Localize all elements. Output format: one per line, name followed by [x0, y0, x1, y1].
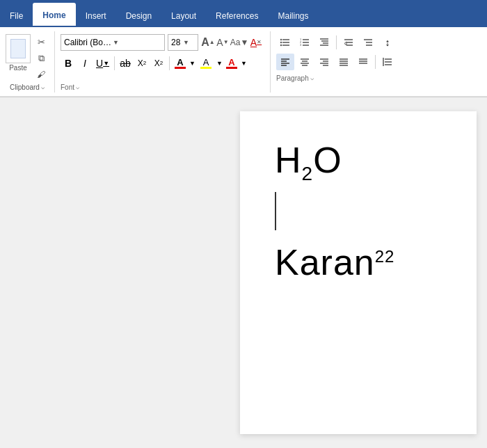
increase-indent-button[interactable] [359, 34, 377, 51]
subscript-button[interactable]: X2 [134, 55, 150, 72]
align-right-button[interactable] [315, 54, 333, 70]
subscript-2: 2 [302, 163, 314, 184]
grow-font-button[interactable]: A▲ [201, 35, 215, 49]
increase-indent-icon [362, 37, 374, 48]
para-spacing-button[interactable] [378, 54, 397, 70]
shrink-font-button[interactable]: A▼ [216, 35, 230, 49]
tab-mailings[interactable]: Mailings [268, 5, 318, 27]
justify-icon [338, 56, 349, 67]
divider3 [336, 35, 337, 49]
svg-marker-19 [344, 42, 346, 45]
para-spacing-icon [382, 56, 393, 67]
decrease-indent-icon [343, 37, 354, 48]
document-page: H2O Karan22 [240, 111, 477, 434]
svg-point-5 [280, 44, 282, 45]
paste-icon [6, 34, 31, 63]
tab-references[interactable]: References [206, 5, 268, 27]
font-row1: Calibri (Body) ▼ 28 ▼ A▲ A▼ Aa▼ A✕ [61, 34, 263, 51]
align-right-icon [319, 56, 330, 67]
align-center-icon [299, 56, 310, 67]
paste-label: Paste [9, 64, 27, 72]
font-section-label: Font [61, 83, 74, 91]
bullets-button[interactable] [276, 34, 294, 51]
format-painter-button[interactable]: 🖌 [33, 67, 49, 81]
font-color-dropdown-arrow[interactable]: ▼ [189, 60, 195, 67]
font-size-dropdown-arrow: ▼ [183, 39, 195, 46]
text-color-button[interactable]: A [224, 55, 239, 72]
underline-button[interactable]: U▼ [94, 55, 111, 72]
copy-button[interactable]: ⧉ [33, 51, 49, 65]
strikethrough-button[interactable]: ab [118, 55, 133, 72]
change-case-button[interactable]: Aa▼ [232, 35, 246, 49]
tab-layout[interactable]: Layout [161, 5, 206, 27]
align-center-button[interactable] [296, 54, 314, 70]
font-size-value: 28 [171, 38, 183, 47]
superscript-button[interactable]: X2 [151, 55, 166, 72]
toolbar: Paste ✂ ⧉ 🖌 Clipboard ⌵ Calibri (Body) ▼ [0, 27, 487, 97]
font-section-label-row: Font ⌵ [61, 83, 263, 91]
font-color-bar [175, 67, 186, 69]
content-area: H2O Karan22 [0, 97, 487, 448]
text-cursor [275, 192, 276, 230]
numbering-button[interactable]: 123 [296, 34, 314, 51]
distributed-button[interactable] [354, 54, 372, 70]
bold-button[interactable]: B [61, 55, 76, 72]
divider4 [375, 55, 376, 69]
sidebar [0, 97, 230, 448]
line-spacing-button[interactable]: ↕ [378, 34, 397, 51]
font-color-char: A [177, 58, 183, 67]
clipboard-label: Clipboard ⌵ [10, 83, 45, 91]
paragraph-section-label: Paragraph [276, 74, 309, 82]
svg-point-3 [280, 38, 282, 40]
clipboard-section-label: Clipboard [10, 83, 40, 91]
font-name-value: Calibri (Body) [64, 38, 113, 47]
paste-button[interactable]: Paste [6, 34, 31, 72]
font-row2: B I U▼ ab X2 X2 A ▼ A ▼ A [61, 55, 263, 72]
highlight-dropdown-arrow[interactable]: ▼ [216, 60, 223, 67]
multilevel-icon [319, 37, 330, 48]
multilevel-list-button[interactable] [315, 34, 333, 51]
italic-button[interactable]: I [77, 55, 93, 72]
paragraph-expand-button[interactable]: ⌵ [310, 74, 314, 81]
document-area[interactable]: H2O Karan22 [230, 97, 487, 448]
highlight-color-button[interactable]: A [197, 55, 215, 72]
justify-button[interactable] [335, 54, 353, 70]
font-group: Calibri (Body) ▼ 28 ▼ A▲ A▼ Aa▼ A✕ B I U… [56, 31, 271, 93]
paste-icon-inner [10, 39, 26, 58]
font-size-dropdown[interactable]: 28 ▼ [168, 34, 198, 51]
clipboard-side: ✂ ⧉ 🖌 [33, 35, 49, 81]
divider1 [114, 56, 115, 70]
clipboard-group: Paste ✂ ⧉ 🖌 Clipboard ⌵ [3, 31, 55, 93]
align-left-icon [280, 56, 291, 67]
text-color-bar [226, 67, 237, 69]
paragraph-section-label-row: Paragraph ⌵ [276, 74, 397, 82]
divider2 [169, 56, 170, 70]
tab-design[interactable]: Design [116, 5, 161, 27]
bullets-icon [280, 37, 291, 48]
svg-text:3: 3 [300, 43, 302, 47]
clipboard-expand-button[interactable]: ⌵ [41, 83, 45, 90]
tab-insert[interactable]: Insert [76, 5, 116, 27]
text-color-dropdown-arrow[interactable]: ▼ [241, 60, 247, 67]
align-left-button[interactable] [276, 54, 294, 70]
tab-home[interactable]: Home [33, 3, 75, 27]
text-color-char: A [228, 58, 234, 67]
font-name-dropdown-arrow: ▼ [113, 39, 161, 46]
paragraph-row1: 123 ↕ [276, 34, 397, 51]
decrease-indent-button[interactable] [340, 34, 358, 51]
karan-superscript-text: Karan22 [275, 241, 442, 283]
font-color-button[interactable]: A [173, 55, 188, 72]
distributed-icon [358, 56, 369, 67]
numbering-icon: 123 [299, 37, 310, 48]
clear-format-button[interactable]: A✕ [249, 35, 263, 49]
document-content[interactable]: H2O Karan22 [275, 139, 442, 283]
font-name-dropdown[interactable]: Calibri (Body) ▼ [61, 34, 165, 51]
h2o-formula: H2O [275, 139, 442, 185]
cut-button[interactable]: ✂ [33, 35, 49, 49]
font-size-buttons: A▲ A▼ [201, 35, 230, 49]
tab-bar: File Home Insert Design Layout Reference… [0, 0, 487, 27]
tab-file[interactable]: File [0, 5, 33, 27]
paragraph-group: 123 ↕ [272, 31, 402, 93]
paragraph-row2 [276, 54, 397, 70]
font-expand-button[interactable]: ⌵ [76, 83, 79, 90]
